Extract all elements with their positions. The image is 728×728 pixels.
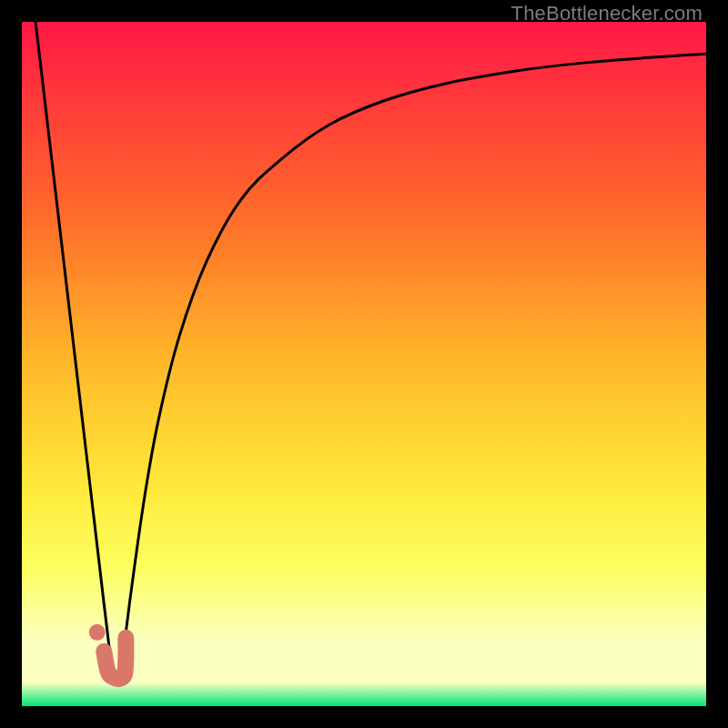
bottleneck-chart [22, 22, 706, 706]
j-marker-dot [89, 624, 106, 641]
gradient-background [22, 22, 706, 706]
chart-frame [22, 22, 706, 706]
